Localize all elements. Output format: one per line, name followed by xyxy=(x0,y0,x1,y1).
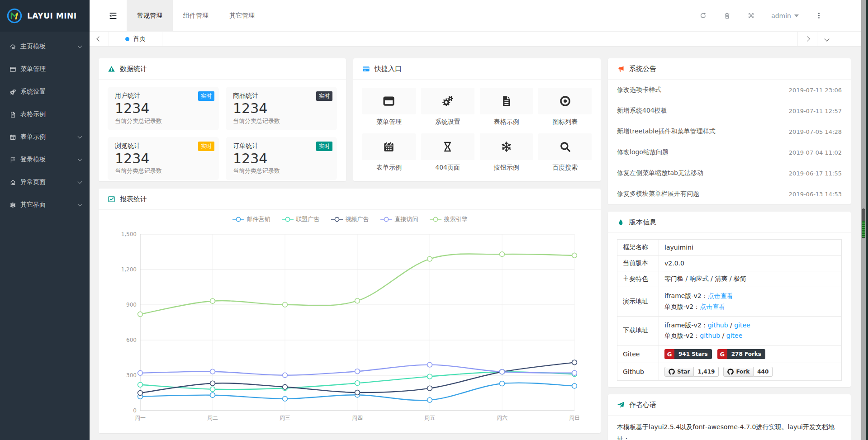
fullscreen-button[interactable] xyxy=(747,12,755,19)
tab-menu-button[interactable] xyxy=(817,32,836,46)
stat-label: 订单统计 xyxy=(233,142,330,150)
stat-box[interactable]: 浏览统计1234当前分类总记录数实时 xyxy=(108,137,219,180)
chevron-down-icon xyxy=(824,36,829,41)
notice-row[interactable]: 新增treetable插件和菜单管理样式2019-07-05 14:28 xyxy=(617,121,842,142)
stat-box[interactable]: 订单统计1234当前分类总记录数实时 xyxy=(226,137,337,180)
sidebar-item-table[interactable]: 表格示例 xyxy=(0,103,90,126)
quick-entry-item[interactable]: 百度搜索 xyxy=(538,133,592,172)
flag-icon xyxy=(9,156,16,163)
notice-text[interactable]: 修改选项卡样式 xyxy=(617,86,661,94)
sidebar-item-error[interactable]: 异常页面 xyxy=(0,171,90,194)
module-tab-other[interactable]: 其它管理 xyxy=(219,0,265,31)
quick-entry-item[interactable]: 按钮示例 xyxy=(480,133,533,172)
quick-entry-tile[interactable] xyxy=(480,88,533,114)
legend-marker-icon xyxy=(429,216,442,222)
quick-entry-tile[interactable] xyxy=(480,133,533,160)
user-dropdown[interactable]: admin xyxy=(771,12,799,19)
quick-entry-item[interactable]: 表格示例 xyxy=(480,88,533,126)
tab-scroll-left-button[interactable] xyxy=(90,32,109,46)
report-card-title: 报表统计 xyxy=(120,195,147,203)
quick-entry-tile[interactable] xyxy=(362,133,416,160)
realtime-badge: 实时 xyxy=(198,142,214,151)
legend-marker-icon xyxy=(380,216,393,222)
search-icon xyxy=(559,141,571,153)
legend-item[interactable]: 联盟广告 xyxy=(281,215,320,223)
sidebar-item-menu[interactable]: 菜单管理 xyxy=(0,58,90,80)
notice-date: 2019-07-11 12:57 xyxy=(789,108,842,114)
collapse-sidebar-button[interactable] xyxy=(100,0,127,31)
layui-mini-logo-icon xyxy=(6,8,23,24)
window-right-edge xyxy=(866,0,868,440)
app-logo[interactable]: LAYUI MINI xyxy=(0,0,90,32)
module-tab-component[interactable]: 组件管理 xyxy=(173,0,219,31)
quick-entry-item[interactable]: 系统设置 xyxy=(421,88,474,126)
stat-box[interactable]: 用户统计1234当前分类总记录数实时 xyxy=(108,87,219,130)
scrollbar-thumb[interactable] xyxy=(862,208,865,238)
quick-entry-item[interactable]: 404页面 xyxy=(421,133,474,172)
sidebar-item-label: 登录模板 xyxy=(20,156,78,164)
notice-text[interactable]: 修复左侧菜单缩放tab无法移动 xyxy=(617,169,703,177)
realtime-badge: 实时 xyxy=(316,91,332,101)
quick-entry-label: 表格示例 xyxy=(480,118,533,126)
sidebar-item-other[interactable]: 其它界面 xyxy=(0,194,90,216)
sidebar-item-home[interactable]: 主页模板 xyxy=(0,35,90,58)
sidebar-item-login[interactable]: 登录模板 xyxy=(0,148,90,171)
tab-scroll-right-button[interactable] xyxy=(797,32,817,46)
notice-row[interactable]: 修改logo缩放问题2019-07-04 11:02 xyxy=(617,142,842,163)
quick-entry-tile[interactable] xyxy=(421,133,474,160)
notice-row[interactable]: 修复多模块菜单栏展开有问题2019-06-13 14:53 xyxy=(617,184,842,204)
svg-text:周一: 周一 xyxy=(135,415,146,421)
chevron-down-icon xyxy=(78,134,82,139)
stat-box[interactable]: 商品统计1234当前分类总记录数实时 xyxy=(226,87,337,130)
version-link[interactable]: github xyxy=(700,332,720,339)
stat-value: 1234 xyxy=(233,100,330,117)
notice-text[interactable]: 修改logo缩放问题 xyxy=(617,148,669,156)
quick-entry-label: 按钮示例 xyxy=(480,164,533,172)
legend-item[interactable]: 直接访问 xyxy=(380,215,418,223)
version-link[interactable]: github xyxy=(708,322,728,329)
notice-text[interactable]: 新增系统404模板 xyxy=(617,107,667,115)
github-badge[interactable]: Fork440 xyxy=(723,367,773,377)
version-row: 框架名称layuimini xyxy=(617,240,842,255)
refresh-button[interactable] xyxy=(699,12,707,19)
sidebar-menu: 主页模板菜单管理系统设置表格示例表单示例登录模板异常页面其它界面 xyxy=(0,32,90,216)
notice-row[interactable]: 新增系统404模板2019-07-11 12:57 xyxy=(617,100,842,121)
quick-entry-tile[interactable] xyxy=(538,133,592,160)
version-link-line: iframe版-v2：点击查看 xyxy=(664,291,836,302)
leaf-drop-icon xyxy=(617,218,625,226)
sidebar-item-settings[interactable]: 系统设置 xyxy=(0,80,90,103)
quick-entry-item[interactable]: 菜单管理 xyxy=(362,88,416,126)
more-menu-button[interactable] xyxy=(815,12,823,19)
version-label: Github xyxy=(617,363,659,381)
notice-row[interactable]: 修复左侧菜单缩放tab无法移动2019-06-17 11:55 xyxy=(617,163,842,184)
notice-row[interactable]: 修改选项卡样式2019-07-11 23:06 xyxy=(617,80,842,100)
version-link[interactable]: gitee xyxy=(726,332,743,339)
octocat-icon xyxy=(727,369,734,375)
github-badge[interactable]: Star1,419 xyxy=(664,367,719,377)
chevron-down-icon xyxy=(78,180,82,184)
tab-home[interactable]: 首页 xyxy=(109,32,162,46)
gitee-badge[interactable]: G278 Forks xyxy=(717,349,765,359)
version-table: 框架名称layuimini当前版本v2.0.0主要特色零门槛 / 响应式 / 清… xyxy=(617,239,842,381)
scrollbar-track[interactable] xyxy=(861,0,866,440)
gitee-badge[interactable]: G941 Stars xyxy=(664,349,712,359)
notice-date: 2019-07-11 23:06 xyxy=(789,87,842,94)
version-link[interactable]: 点击查看 xyxy=(708,292,733,299)
quick-entry-item[interactable]: 表单示例 xyxy=(362,133,416,172)
sidebar-item-form[interactable]: 表单示例 xyxy=(0,126,90,148)
version-link[interactable]: 点击查看 xyxy=(700,303,725,310)
legend-item[interactable]: 视频广告 xyxy=(331,215,369,223)
notice-text[interactable]: 新增treetable插件和菜单管理样式 xyxy=(617,128,716,136)
version-link[interactable]: gitee xyxy=(734,322,750,329)
quick-entry-item[interactable]: 图标列表 xyxy=(538,88,592,126)
clear-cache-button[interactable] xyxy=(723,12,731,19)
megaphone-icon xyxy=(617,65,625,73)
gitee-icon: G xyxy=(664,349,674,359)
module-tab-general[interactable]: 常规管理 xyxy=(127,0,173,31)
quick-entry-tile[interactable] xyxy=(538,88,592,114)
legend-item[interactable]: 邮件营销 xyxy=(232,215,270,223)
notice-text[interactable]: 修复多模块菜单栏展开有问题 xyxy=(617,190,699,198)
quick-entry-tile[interactable] xyxy=(421,88,474,114)
legend-item[interactable]: 搜索引擎 xyxy=(429,215,468,223)
quick-entry-tile[interactable] xyxy=(362,88,416,114)
